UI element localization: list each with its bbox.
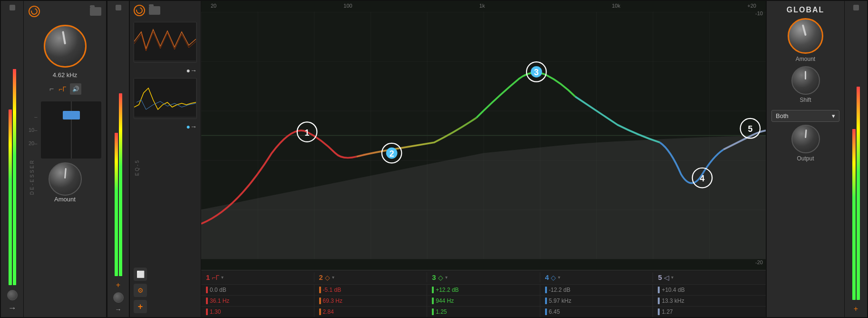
eq5-header bbox=[130, 1, 201, 20]
de-esser-panel: 4.62 kHz ⌐ ⌐Γ 🔊 – 10– 20– Amount DE-ESSE… bbox=[24, 1, 107, 317]
de-esser-fader[interactable] bbox=[41, 101, 101, 159]
band5-freq-bar bbox=[658, 298, 660, 304]
band5-number: 5 bbox=[658, 273, 662, 281]
band4-q-cell: 6.45 bbox=[540, 307, 653, 317]
global-output-knob[interactable] bbox=[791, 125, 820, 153]
global-panel: GLOBAL Amount Shift Both ▾ Output bbox=[766, 1, 844, 317]
global-shift-knob[interactable] bbox=[791, 66, 820, 95]
add-module-icon[interactable]: + bbox=[116, 281, 120, 289]
de-esser-power-button[interactable] bbox=[29, 6, 40, 17]
band-headers-row: 1 ⌐Γ ▾ 2 ◇ ▾ 3 ◇ ▾ 4 bbox=[201, 270, 766, 285]
left-strip-knob[interactable] bbox=[7, 290, 18, 300]
right-vu-meter bbox=[852, 15, 860, 300]
de-esser-vertical-label: DE-ESSER bbox=[29, 159, 35, 195]
q-row: 1.30 2.84 1.25 6.45 1.27 bbox=[201, 307, 766, 317]
band1-type-icon: ⌐Γ bbox=[212, 274, 219, 281]
band5-q-cell: 1.27 bbox=[653, 307, 766, 317]
circle-dot-2-icon: ● bbox=[186, 123, 190, 130]
fader-label-20: 20– bbox=[29, 140, 37, 146]
band3-gain-cell: +12.2 dB bbox=[427, 285, 540, 295]
eq5-lower-arrow[interactable]: ● → bbox=[130, 121, 201, 132]
band3-dropdown[interactable]: ▾ bbox=[445, 275, 448, 280]
band2-q[interactable]: 2.84 bbox=[323, 308, 334, 315]
filter-type-2-icon[interactable]: ⌐Γ bbox=[58, 84, 67, 94]
eq5-panel: ● → ● → ⬜ ⚙ + EQ-5 bbox=[130, 1, 201, 317]
global-shift-knob-indicator bbox=[805, 71, 806, 80]
speaker-button[interactable]: 🔊 bbox=[70, 83, 81, 95]
de-esser-folder-button[interactable] bbox=[90, 7, 101, 16]
right-vu-l bbox=[852, 129, 856, 300]
eq5-upper-arrow[interactable]: ● → bbox=[130, 65, 201, 76]
eq-graph[interactable]: 20 100 1k 10k +20 -10 -20 bbox=[201, 1, 766, 270]
band2-freq[interactable]: 69.3 Hz bbox=[323, 298, 342, 304]
band3-gain[interactable]: +12.2 dB bbox=[436, 287, 458, 293]
db-minus20: -20 bbox=[755, 259, 763, 265]
global-output-knob-indicator bbox=[805, 129, 807, 138]
eq5-power-button[interactable] bbox=[134, 5, 145, 16]
band4-freq[interactable]: 5.97 kHz bbox=[549, 298, 571, 304]
global-amount-knob-indicator bbox=[801, 24, 806, 36]
left-arrow-right-icon[interactable]: → bbox=[8, 303, 17, 313]
fader-line bbox=[71, 101, 72, 159]
band5-q-bar bbox=[658, 308, 660, 315]
freq-labels: 20 100 1k 10k +20 bbox=[201, 3, 766, 9]
gain-row: 0.0 dB -5.1 dB +12.2 dB -12.2 dB +10.4 d… bbox=[201, 285, 766, 296]
global-shift-label: Shift bbox=[800, 97, 811, 103]
band1-q[interactable]: 1.30 bbox=[210, 308, 221, 315]
strip-dot-top bbox=[10, 5, 15, 10]
band3-freq-bar bbox=[432, 298, 434, 304]
band4-number: 4 bbox=[545, 273, 549, 281]
global-output-label: Output bbox=[797, 155, 814, 162]
de-esser-vu-l bbox=[115, 133, 118, 276]
filter-type-1-icon[interactable]: ⌐ bbox=[49, 84, 55, 94]
circle-dot-icon: ● bbox=[186, 67, 190, 74]
band4-type-icon: ◇ bbox=[551, 274, 556, 281]
band5-freq[interactable]: 13.3 kHz bbox=[662, 298, 684, 304]
band2-header: 2 ◇ ▾ bbox=[314, 272, 428, 282]
fader-thumb[interactable] bbox=[63, 111, 80, 119]
band4-q[interactable]: 6.45 bbox=[549, 308, 560, 315]
upper-waveform-svg bbox=[134, 22, 196, 60]
band5-q[interactable]: 1.27 bbox=[662, 308, 673, 315]
band2-q-bar bbox=[319, 308, 321, 315]
band3-freq[interactable]: 944 Hz bbox=[436, 298, 454, 304]
eq5-window-button[interactable]: ⬜ bbox=[134, 268, 147, 281]
band4-gain-cell: -12.2 dB bbox=[540, 285, 653, 295]
global-amount-knob[interactable] bbox=[788, 18, 823, 54]
band3-q[interactable]: 1.25 bbox=[436, 308, 447, 315]
freq-20: 20 bbox=[211, 3, 216, 9]
right-strip: + bbox=[844, 1, 867, 317]
band3-q-bar bbox=[432, 308, 434, 315]
eq5-upper-waveform bbox=[134, 22, 197, 63]
eq5-folder-button[interactable] bbox=[149, 6, 160, 15]
right-arrow-icon[interactable]: → bbox=[115, 306, 122, 313]
svg-text:4: 4 bbox=[700, 174, 705, 183]
band5-dropdown[interactable]: ▾ bbox=[671, 275, 673, 280]
de-esser-amount-knob[interactable] bbox=[49, 162, 82, 196]
band5-freq-cell: 13.3 kHz bbox=[653, 296, 766, 306]
de-esser-fader-labels: – 10– 20– bbox=[29, 114, 37, 146]
global-both-dropdown[interactable]: Both ▾ bbox=[771, 110, 839, 122]
freq-10k: 10k bbox=[612, 3, 620, 9]
band1-gain-cell: 0.0 dB bbox=[201, 285, 314, 295]
de-esser-frequency-knob[interactable] bbox=[44, 25, 87, 68]
right-add-icon[interactable]: + bbox=[854, 305, 858, 313]
band2-dropdown[interactable]: ▾ bbox=[332, 275, 334, 280]
eq-controls-row: 1 ⌐Γ ▾ 2 ◇ ▾ 3 ◇ ▾ 4 bbox=[201, 270, 766, 317]
band1-freq-bar bbox=[206, 298, 208, 304]
band1-freq[interactable]: 36.1 Hz bbox=[210, 298, 229, 304]
band1-dropdown[interactable]: ▾ bbox=[221, 275, 224, 280]
band4-gain[interactable]: -12.2 dB bbox=[549, 287, 570, 293]
band2-number: 2 bbox=[319, 273, 323, 281]
band2-gain[interactable]: -5.1 dB bbox=[323, 287, 341, 293]
band4-dropdown[interactable]: ▾ bbox=[558, 275, 560, 280]
eq5-add-button[interactable]: + bbox=[134, 300, 147, 313]
eq5-settings-button[interactable]: ⚙ bbox=[134, 284, 147, 297]
de-esser-right-knob[interactable] bbox=[113, 292, 124, 303]
band5-gain[interactable]: +10.4 dB bbox=[662, 287, 684, 293]
band3-type-icon: ◇ bbox=[438, 274, 443, 281]
band5-header: 5 ◁ ▾ bbox=[653, 272, 766, 282]
band2-type-icon: ◇ bbox=[325, 274, 330, 281]
band1-gain-bar bbox=[206, 287, 208, 293]
band1-gain[interactable]: 0.0 dB bbox=[210, 287, 226, 293]
